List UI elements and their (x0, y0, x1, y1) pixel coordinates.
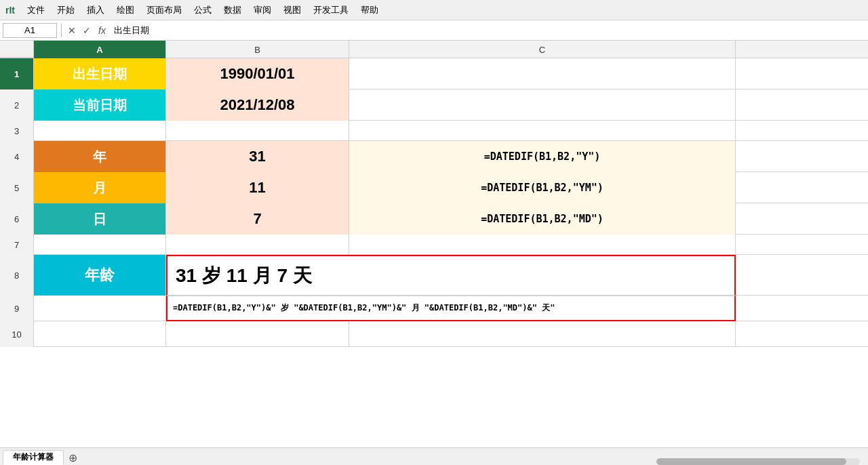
scrollbar-area (80, 458, 865, 465)
cell-c3[interactable] (349, 121, 736, 141)
cell-b1[interactable]: 1990/01/01 (166, 58, 349, 89)
menu-devtools[interactable]: 开发工具 (308, 3, 354, 18)
menu-page-layout[interactable]: 页面布局 (141, 3, 187, 18)
tab-bar: 年龄计算器 ⊕ (0, 447, 868, 465)
confirm-formula-btn[interactable]: ✓ (81, 25, 93, 36)
row-num-1: 1 (0, 58, 34, 89)
cell-a5[interactable]: 月 (34, 172, 166, 203)
add-sheet-btn[interactable]: ⊕ (65, 450, 80, 465)
horizontal-scrollbar[interactable] (656, 458, 860, 465)
column-headers: A B C (0, 41, 868, 58)
name-box[interactable] (3, 23, 57, 38)
cell-a2[interactable]: 当前日期 (34, 89, 166, 121)
cell-b10[interactable] (166, 321, 349, 347)
app-logo: rIt (5, 5, 15, 16)
menu-start[interactable]: 开始 (52, 3, 80, 18)
table-row: 3 (0, 121, 868, 141)
row-num-8: 8 (0, 255, 34, 296)
cell-b5[interactable]: 11 (166, 172, 349, 203)
table-row: 9 =DATEDIF(B1,B2,"Y")&" 岁 "&DATEDIF(B1,B… (0, 296, 868, 321)
col-header-a[interactable]: A (34, 41, 166, 58)
menu-view[interactable]: 视图 (278, 3, 307, 18)
cell-c6[interactable]: =DATEDIF(B1,B2,"MD") (349, 203, 736, 235)
formula-input[interactable] (111, 23, 865, 38)
menu-file[interactable]: 文件 (22, 3, 50, 18)
menu-draw[interactable]: 绘图 (111, 3, 140, 18)
cell-a1[interactable]: 出生日期 (34, 58, 166, 89)
menu-insert[interactable]: 插入 (81, 3, 110, 18)
row-num-9: 9 (0, 296, 34, 321)
row-num-5: 5 (0, 172, 34, 203)
menu-data[interactable]: 数据 (218, 3, 247, 18)
table-row: 8 年龄 31 岁 11 月 7 天 (0, 255, 868, 296)
cell-a8[interactable]: 年龄 (34, 255, 166, 296)
cell-bc9[interactable]: =DATEDIF(B1,B2,"Y")&" 岁 "&DATEDIF(B1,B2,… (166, 296, 736, 321)
table-row: 7 (0, 235, 868, 255)
cell-a9[interactable] (34, 296, 166, 321)
menu-bar: rIt 文件 开始 插入 绘图 页面布局 公式 数据 审阅 视图 开发工具 帮助 (0, 0, 868, 20)
table-row: 2 当前日期 2021/12/08 (0, 89, 868, 121)
cancel-formula-btn[interactable]: ✕ (66, 25, 78, 36)
cell-b2[interactable]: 2021/12/08 (166, 89, 349, 121)
row-num-10: 10 (0, 321, 34, 347)
menu-review[interactable]: 审阅 (248, 3, 277, 18)
row-num-3: 3 (0, 121, 34, 141)
spreadsheet: A B C 1 出生日期 1990/01/01 2 当前日期 2021/12/0… (0, 41, 868, 447)
cell-c10[interactable] (349, 321, 736, 347)
formula-divider (61, 24, 62, 37)
menu-formula[interactable]: 公式 (189, 3, 217, 18)
cell-b3[interactable] (166, 121, 349, 141)
col-header-c[interactable]: C (349, 41, 736, 58)
corner-cell (0, 41, 34, 58)
grid-body: 1 出生日期 1990/01/01 2 当前日期 2021/12/08 3 4 … (0, 58, 868, 347)
row-num-2: 2 (0, 89, 34, 121)
row-num-6: 6 (0, 203, 34, 235)
scrollbar-thumb[interactable] (656, 458, 846, 465)
cell-c2[interactable] (349, 89, 736, 121)
menu-help[interactable]: 帮助 (355, 3, 384, 18)
cell-c1[interactable] (349, 58, 736, 89)
table-row: 10 (0, 321, 868, 347)
row-num-4: 4 (0, 141, 34, 172)
table-row: 6 日 7 =DATEDIF(B1,B2,"MD") (0, 203, 868, 235)
table-row: 1 出生日期 1990/01/01 (0, 58, 868, 89)
col-header-b[interactable]: B (166, 41, 349, 58)
cell-a6[interactable]: 日 (34, 203, 166, 235)
cell-b4[interactable]: 31 (166, 141, 349, 172)
sheet-tab-age-calculator[interactable]: 年龄计算器 (3, 450, 64, 465)
cell-b6[interactable]: 7 (166, 203, 349, 235)
fx-label: fx (98, 25, 106, 36)
cell-bc8[interactable]: 31 岁 11 月 7 天 (166, 255, 736, 296)
cell-a3[interactable] (34, 121, 166, 141)
cell-c5[interactable]: =DATEDIF(B1,B2,"YM") (349, 172, 736, 203)
cell-c7[interactable] (349, 235, 736, 255)
table-row: 4 年 31 =DATEDIF(B1,B2,"Y") (0, 141, 868, 172)
formula-bar: ✕ ✓ fx (0, 20, 868, 41)
table-row: 5 月 11 =DATEDIF(B1,B2,"YM") (0, 172, 868, 203)
cell-c4[interactable]: =DATEDIF(B1,B2,"Y") (349, 141, 736, 172)
cell-a4[interactable]: 年 (34, 141, 166, 172)
row-num-7: 7 (0, 235, 34, 255)
cell-a7[interactable] (34, 235, 166, 255)
cell-a10[interactable] (34, 321, 166, 347)
cell-b7[interactable] (166, 235, 349, 255)
